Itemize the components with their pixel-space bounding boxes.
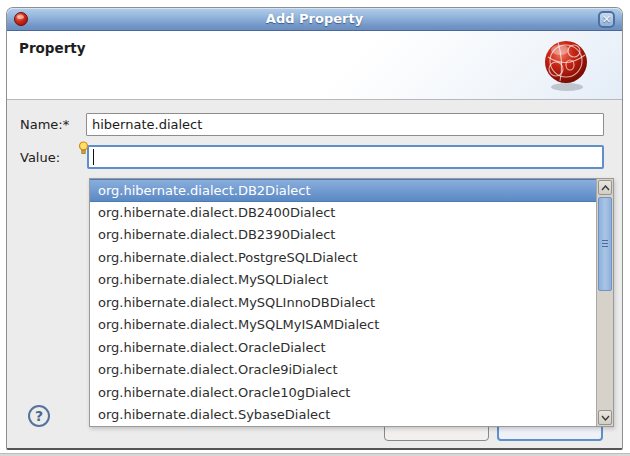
name-label: Name:* [20, 117, 69, 132]
name-input[interactable] [86, 113, 604, 136]
scroll-down-icon[interactable] [598, 410, 612, 425]
dialect-suggestions-dropdown: org.hibernate.dialect.DB2Dialectorg.hibe… [89, 178, 614, 427]
dropdown-item[interactable]: org.hibernate.dialect.DB2Dialect [90, 179, 596, 202]
add-property-dialog: Add Property ✕ Property [6, 7, 623, 450]
dropdown-item[interactable]: org.hibernate.dialect.MySQLDialect [90, 269, 596, 292]
title-bar[interactable]: Add Property ✕ [7, 8, 622, 31]
dropdown-item[interactable]: org.hibernate.dialect.Oracle10gDialect [90, 382, 596, 405]
dropdown-item[interactable]: org.hibernate.dialect.Oracle9iDialect [90, 359, 596, 382]
close-icon[interactable]: ✕ [598, 11, 615, 28]
scrollbar-grip [602, 240, 608, 248]
content-assist-lightbulb-icon [78, 141, 89, 155]
scroll-up-icon[interactable] [598, 180, 612, 195]
window-title: Add Property [7, 11, 622, 26]
dropdown-item[interactable]: org.hibernate.dialect.MySQLMyISAMDialect [90, 314, 596, 337]
dropdown-item[interactable]: org.hibernate.dialect.DB2400Dialect [90, 202, 596, 225]
text-caret [93, 149, 94, 165]
dropdown-item[interactable]: org.hibernate.dialect.SybaseDialect [90, 404, 596, 427]
value-input[interactable] [87, 145, 604, 169]
dropdown-item[interactable]: org.hibernate.dialect.MySQLInnoDBDialect [90, 292, 596, 315]
dropdown-item[interactable]: org.hibernate.dialect.DB2390Dialect [90, 224, 596, 247]
dropdown-scrollbar[interactable] [596, 179, 613, 426]
page-title: Property [19, 40, 86, 56]
help-button[interactable]: ? [28, 405, 50, 427]
hibernate-logo-icon [544, 39, 590, 93]
dialog-header: Property [7, 31, 622, 100]
suggestion-list: org.hibernate.dialect.DB2Dialectorg.hibe… [90, 179, 596, 426]
scrollbar-thumb[interactable] [598, 197, 612, 291]
value-label: Value: [20, 150, 60, 165]
dropdown-item[interactable]: org.hibernate.dialect.OracleDialect [90, 337, 596, 360]
dropdown-item[interactable]: org.hibernate.dialect.PostgreSQLDialect [90, 247, 596, 270]
